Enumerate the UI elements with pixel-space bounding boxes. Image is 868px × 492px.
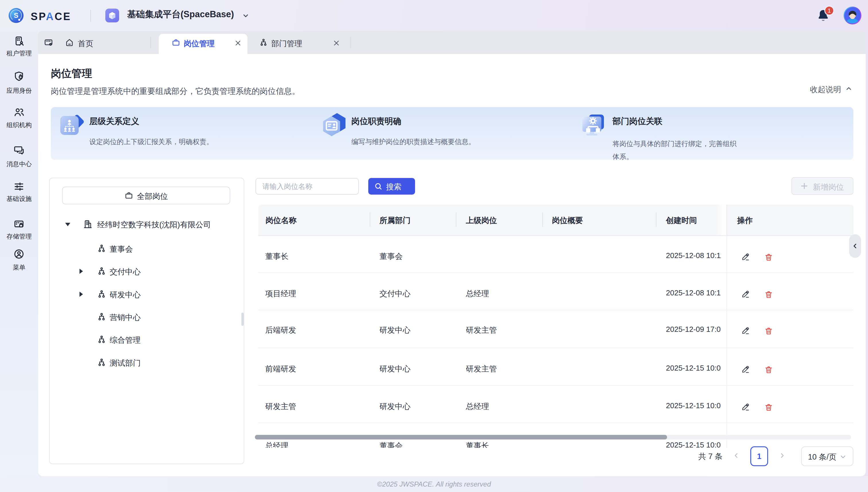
svg-text:S: S	[14, 11, 18, 19]
